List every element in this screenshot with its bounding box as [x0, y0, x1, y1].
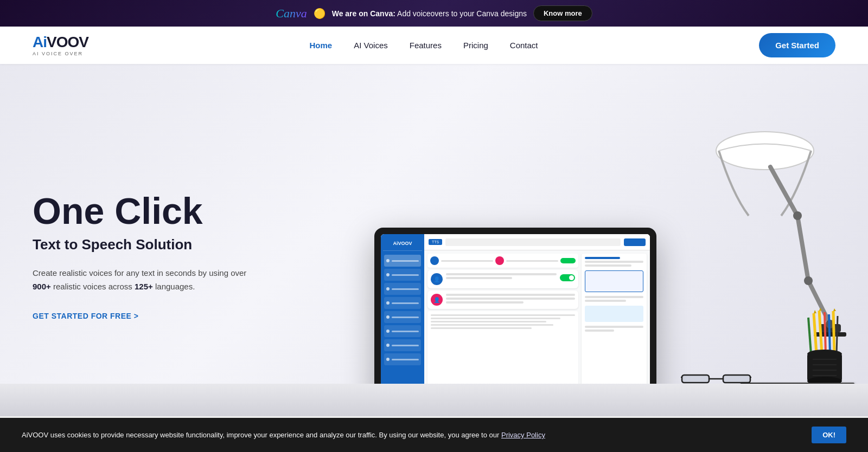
laptop-content-area: 👤 👤	[424, 250, 650, 402]
nav-link-contact[interactable]: Contact	[510, 41, 538, 50]
description-area	[427, 311, 578, 387]
sidebar-create	[384, 269, 421, 281]
canva-icon: 🟡	[314, 8, 326, 20]
chat-bubble-1: 👤	[427, 270, 578, 288]
nav-item-ai-voices[interactable]: AI Voices	[354, 41, 388, 50]
hero-image-area: AiVOOV	[380, 64, 868, 416]
sidebar-audio	[384, 311, 421, 323]
voice-avatar-1	[430, 256, 439, 265]
chat-area: 👤 👤	[427, 254, 578, 399]
nav-link-home[interactable]: Home	[310, 41, 333, 50]
logo-subtitle: AI Voice Over	[33, 51, 83, 56]
top-banner: Canva 🟡 We are on Canva: Add voiceovers …	[0, 0, 868, 27]
desk-surface	[0, 384, 868, 416]
hero-section: One Click Text to Speech Solution Create…	[0, 64, 868, 416]
logo-ai: Ai	[33, 34, 47, 50]
right-panel	[582, 254, 647, 399]
sidebar-nft	[384, 297, 421, 309]
get-started-nav-button[interactable]: Get Started	[759, 33, 835, 57]
svg-line-2	[797, 216, 808, 281]
svg-point-0	[716, 132, 814, 170]
nav-item-features[interactable]: Features	[410, 41, 442, 50]
laptop-main-area: TTS	[424, 234, 650, 402]
hero-subtitle: Text to Speech Solution	[33, 236, 260, 253]
hero-description: Create realistic voices for any text in …	[33, 266, 260, 294]
sidebar-merge	[384, 325, 421, 337]
know-more-button[interactable]: Know more	[533, 5, 592, 21]
sidebar-support	[384, 353, 421, 365]
logo-text: AiVOOV	[33, 35, 88, 50]
hero-title: One Click	[33, 192, 260, 230]
pencil-holder	[797, 308, 852, 389]
nav-item-contact[interactable]: Contact	[510, 41, 538, 50]
laptop-screen: AiVOOV	[381, 234, 650, 402]
svg-marker-21	[814, 310, 816, 313]
laptop-sidebar: AiVOOV	[381, 234, 424, 402]
laptop-topbar: TTS	[424, 234, 650, 250]
svg-line-14	[814, 313, 816, 354]
sidebar-projects	[384, 283, 421, 295]
nav-item-pricing[interactable]: Pricing	[463, 41, 488, 50]
chat-bubble-2: 👤	[427, 290, 578, 309]
toggle-active	[560, 258, 576, 263]
laptop-logo: AiVOOV	[383, 238, 422, 251]
laptop-body: AiVOOV	[374, 228, 656, 405]
svg-point-6	[793, 211, 802, 220]
svg-line-19	[837, 316, 838, 354]
nav-links: Home AI Voices Features Pricing Contact	[310, 41, 538, 50]
svg-line-16	[825, 312, 826, 354]
banner-message: We are on Canva: Add voiceovers to your …	[332, 9, 527, 18]
hero-content: One Click Text to Speech Solution Create…	[33, 192, 260, 320]
svg-rect-9	[682, 375, 709, 383]
svg-point-7	[804, 276, 813, 285]
nav-link-pricing[interactable]: Pricing	[463, 41, 488, 50]
svg-marker-23	[833, 308, 836, 311]
get-started-free-link[interactable]: GET STARTED FOR FREE >	[33, 312, 138, 320]
svg-line-20	[808, 318, 811, 354]
logo-voov: VOOV	[47, 34, 88, 50]
svg-marker-22	[819, 308, 822, 311]
svg-line-1	[770, 167, 797, 216]
nav-link-features[interactable]: Features	[410, 41, 442, 50]
chat-toggle-1	[560, 274, 575, 281]
svg-line-15	[819, 311, 822, 354]
canva-logo: Canva	[276, 7, 307, 21]
chat-avatar-2: 👤	[431, 294, 443, 306]
voice-selector-row	[427, 254, 578, 268]
right-waveform	[585, 306, 643, 322]
navbar: AiVOOV AI Voice Over Home AI Voices Feat…	[0, 27, 868, 64]
nav-item-home[interactable]: Home	[310, 41, 333, 50]
svg-line-17	[829, 314, 830, 354]
logo: AiVOOV AI Voice Over	[33, 35, 88, 56]
voice-avatar-2	[495, 256, 504, 265]
sidebar-settings	[384, 339, 421, 351]
sidebar-dashboard	[384, 255, 421, 267]
svg-line-18	[833, 311, 834, 354]
right-audio-preview	[585, 270, 643, 292]
nav-link-ai-voices[interactable]: AI Voices	[354, 41, 388, 50]
chat-avatar-1: 👤	[431, 273, 443, 285]
